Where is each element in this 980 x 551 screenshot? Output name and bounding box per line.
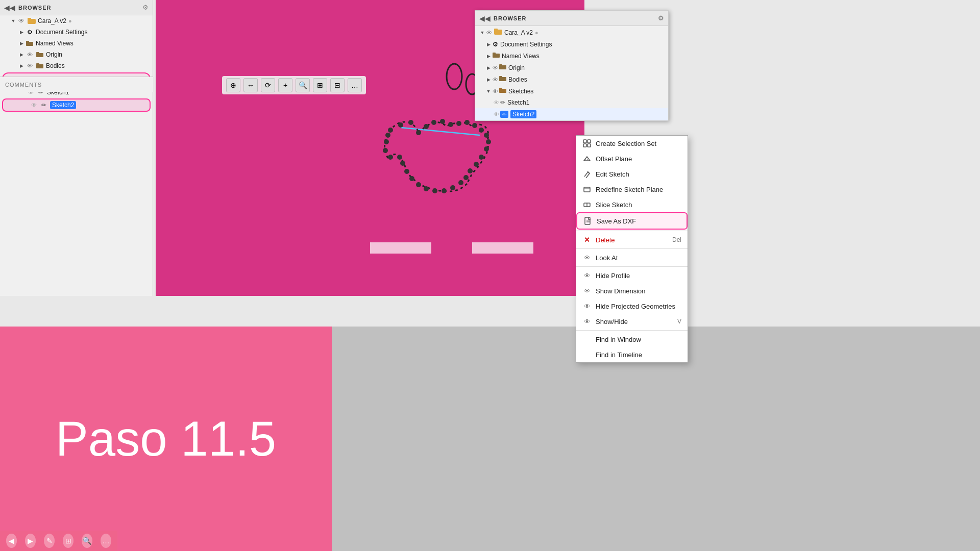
right-sketches-item[interactable]: ▼ 👁 Sketches: [475, 85, 668, 97]
menu-delete[interactable]: ✕ Delete Del: [576, 232, 688, 247]
find-in-window-icon: [582, 335, 592, 344]
menu-create-selection-set[interactable]: Create Selection Set: [576, 136, 688, 151]
left-settings-icon[interactable]: ⚙: [142, 4, 149, 11]
bottom-toolbar: ⊕ ↔ ⟳ + 🔍 ⊞ ⊟ …: [222, 76, 366, 94]
toolbar-btn-6[interactable]: ⊞: [313, 78, 327, 92]
toolbar-btn-2[interactable]: ↔: [243, 78, 258, 92]
paso-label-area: Paso 11.5: [0, 327, 332, 551]
paso-text: Paso 11.5: [56, 411, 276, 467]
menu-slice-sketch[interactable]: Slice Sketch: [576, 197, 688, 212]
right-sketch2-item[interactable]: 👁 ✏ Sketch2: [475, 108, 668, 120]
svg-point-24: [450, 185, 455, 190]
nav-btn-search[interactable]: 🔍: [82, 534, 92, 548]
find-in-timeline-icon: [582, 350, 592, 359]
svg-rect-43: [36, 64, 43, 68]
left-origin-item[interactable]: ▶ 👁 Origin: [0, 49, 153, 60]
svg-rect-38: [28, 18, 31, 20]
right-collapse-icon[interactable]: ◀◀: [479, 14, 491, 22]
svg-rect-51: [499, 65, 506, 69]
menu-look-at[interactable]: 👁 Look At: [576, 250, 688, 265]
left-sketch2-item[interactable]: 👁 ✏ Sketch2: [2, 98, 151, 112]
svg-rect-39: [26, 42, 33, 46]
left-bodies-folder-icon: [36, 62, 44, 70]
look-at-label: Look At: [596, 254, 681, 262]
svg-point-33: [388, 155, 393, 160]
left-doc-name-item[interactable]: ▼ 👁 Cara_A v2 ●: [0, 15, 153, 27]
right-doc-settings-item[interactable]: ▶ ⚙ Document Settings: [475, 39, 668, 50]
toolbar-btn-3[interactable]: ⟳: [261, 78, 275, 92]
svg-point-29: [409, 176, 414, 181]
delete-icon: ✕: [582, 235, 592, 244]
save-as-dxf-label: Save As DXF: [597, 217, 680, 225]
toolbar-btn-7[interactable]: ⊟: [330, 78, 345, 92]
menu-save-as-dxf[interactable]: Save As DXF: [576, 212, 688, 230]
left-sketch2-sketch-icon: ✏: [40, 101, 48, 109]
show-dimension-label: Show Dimension: [596, 287, 681, 295]
svg-rect-58: [587, 140, 591, 143]
svg-point-6: [408, 120, 413, 125]
svg-rect-48: [494, 29, 498, 31]
right-doc-name-item[interactable]: ▼ 👁 Cara_A v2 ●: [475, 26, 668, 39]
left-named-views-item[interactable]: ▶ Named Views: [0, 38, 153, 49]
svg-point-27: [424, 186, 429, 191]
right-settings-icon[interactable]: ⚙: [658, 14, 664, 22]
nav-btn-forward[interactable]: ▶: [25, 534, 36, 548]
right-origin-item[interactable]: ▶ 👁 Origin: [475, 62, 668, 73]
menu-show-hide[interactable]: 👁 Show/Hide V: [576, 314, 688, 329]
right-doc-settings-label: Document Settings: [500, 41, 552, 48]
svg-point-14: [472, 123, 477, 128]
left-origin-eye-icon: 👁: [26, 51, 34, 59]
offset-plane-label: Offset Plane: [596, 155, 681, 163]
left-doc-name: Cara_A v2: [38, 17, 66, 24]
right-named-views-item[interactable]: ▶ Named Views: [475, 50, 668, 62]
menu-find-in-window[interactable]: Find in Window: [576, 332, 688, 347]
redefine-sketch-plane-icon: [582, 185, 592, 194]
canvas-rect-2: [472, 242, 533, 254]
delete-shortcut: Del: [672, 236, 681, 243]
left-bodies-item[interactable]: ▶ 👁 Bodies: [0, 60, 153, 71]
left-doc-settings-item[interactable]: ▶ ⚙ Document Settings: [0, 27, 153, 38]
right-sketches-folder-icon: [499, 87, 506, 95]
menu-offset-plane[interactable]: Offset Plane: [576, 151, 688, 166]
right-doc-settings-gear-icon: ⚙: [493, 41, 498, 48]
right-browser-panel: ◀◀ BROWSER ⚙ ▼ 👁 Cara_A v2 ● ▶ ⚙ Documen…: [475, 10, 669, 121]
nav-btn-grid[interactable]: ⊞: [63, 534, 74, 548]
toolbar-btn-8[interactable]: …: [348, 78, 362, 92]
svg-point-4: [388, 128, 393, 133]
svg-point-12: [456, 121, 461, 126]
left-named-views-arrow: ▶: [18, 40, 24, 46]
svg-rect-44: [36, 63, 39, 65]
svg-rect-54: [499, 76, 502, 78]
right-bodies-arrow: ▶: [485, 77, 492, 83]
toolbar-btn-1[interactable]: ⊕: [226, 78, 240, 92]
slice-sketch-icon: [582, 200, 592, 209]
svg-point-0: [447, 64, 462, 89]
right-sketch1-sketch-icon: ✏: [500, 99, 505, 106]
left-doc-eye-icon: 👁: [17, 17, 26, 25]
nav-btn-back[interactable]: ◀: [6, 534, 17, 548]
context-menu: Create Selection Set Offset Plane Edit S…: [576, 135, 688, 363]
right-named-views-label: Named Views: [502, 53, 540, 60]
nav-btn-edit[interactable]: ✎: [44, 534, 55, 548]
menu-hide-profile[interactable]: 👁 Hide Profile: [576, 268, 688, 283]
right-sketch1-item[interactable]: 👁 ✏ Sketch1: [475, 97, 668, 108]
svg-rect-53: [499, 77, 506, 81]
menu-hide-projected-geometries[interactable]: 👁 Hide Projected Geometries: [576, 298, 688, 314]
menu-redefine-sketch-plane[interactable]: Redefine Sketch Plane: [576, 182, 688, 197]
right-bodies-item[interactable]: ▶ 👁 Bodies: [475, 73, 668, 85]
svg-point-5: [398, 122, 403, 128]
right-sketch2-eye-icon: 👁: [494, 111, 499, 117]
menu-find-in-timeline[interactable]: Find in Timeline: [576, 347, 688, 362]
svg-point-31: [400, 161, 405, 166]
left-collapse-icon[interactable]: ◀◀: [4, 4, 15, 12]
menu-edit-sketch[interactable]: Edit Sketch: [576, 166, 688, 182]
toolbar-btn-4[interactable]: +: [278, 78, 292, 92]
show-hide-shortcut: V: [677, 318, 681, 325]
right-origin-eye-icon: 👁: [493, 65, 498, 71]
nav-btn-more[interactable]: …: [101, 534, 111, 548]
svg-rect-56: [499, 88, 502, 89]
menu-show-dimension[interactable]: 👁 Show Dimension: [576, 283, 688, 298]
svg-line-3: [401, 128, 480, 135]
toolbar-btn-5[interactable]: 🔍: [296, 78, 310, 92]
menu-divider-1: [576, 231, 688, 231]
